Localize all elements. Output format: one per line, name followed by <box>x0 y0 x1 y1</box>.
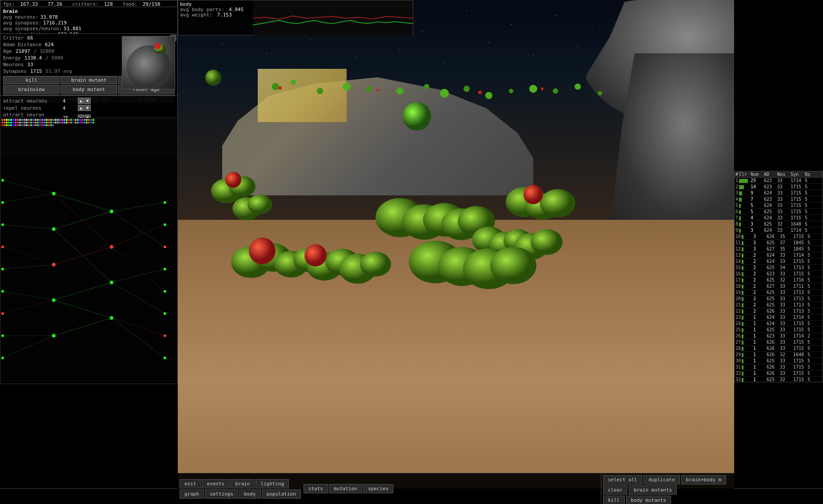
svg-rect-165 <box>50 124 52 126</box>
svg-rect-92 <box>75 119 76 121</box>
critter-list-row[interactable]: 5 5 624 33 1715 5 <box>735 202 823 209</box>
svg-point-18 <box>376 89 379 91</box>
critter-row-num: 24 <box>735 321 741 326</box>
kill-button[interactable]: kill <box>3 76 60 84</box>
critter-list-row[interactable]: 10 3 626 35 1715 5 <box>735 234 823 240</box>
3d-viewport[interactable] <box>178 0 734 488</box>
critter-row-clr <box>742 327 752 332</box>
critter-list-row[interactable]: 31 1 626 33 1715 5 <box>735 364 823 370</box>
svg-point-13 <box>553 88 558 94</box>
clear-button[interactable]: clear <box>603 485 627 495</box>
critter-list-row[interactable]: 3 9 624 33 1715 5 <box>735 190 823 196</box>
critter-list-row[interactable]: 22 2 626 33 1713 5 <box>735 308 823 314</box>
critter-list-row[interactable]: 8 3 625 32 1648 5 <box>735 221 823 227</box>
attract-neurons-up[interactable]: ▲ <box>78 98 84 104</box>
population-button[interactable]: population <box>262 489 301 499</box>
action-buttons-panel: select all duplicate brain+body m clear … <box>601 473 734 504</box>
critter-list-row[interactable]: 9 3 624 33 1714 5 <box>735 227 823 234</box>
critter-list-row[interactable]: 32 1 626 33 1715 5 <box>735 370 823 377</box>
critter-row-syn: 1715 <box>793 259 807 264</box>
avg-syn-per-neuron-label: avg synapses/neuron: <box>3 26 62 32</box>
critter-list-row[interactable]: 11 3 625 37 1845 5 <box>735 240 823 246</box>
critter-list-row[interactable]: 20 2 625 33 1713 5 <box>735 296 823 302</box>
duplicate-critters-button[interactable]: duplicate <box>643 475 680 484</box>
body-mutant-button[interactable]: body mutant <box>60 85 117 94</box>
svg-rect-146 <box>8 124 10 126</box>
critter-list-row[interactable]: 26 1 623 33 1714 2 <box>735 333 823 339</box>
critter-list-row[interactable]: 14 2 624 33 1715 5 <box>735 258 823 265</box>
critter-list-body[interactable]: 1 25 622 33 1714 5 2 14 623 33 1715 5 3 … <box>735 178 823 382</box>
svg-rect-144 <box>4 124 5 126</box>
critter-list-row[interactable]: 15 2 625 34 1713 5 <box>735 265 823 271</box>
species-button[interactable]: species <box>363 484 393 493</box>
kill-critters-button[interactable]: kill <box>603 496 625 504</box>
critter-list-row[interactable]: 27 1 626 33 1715 5 <box>735 339 823 345</box>
svg-point-53 <box>490 247 536 284</box>
critter-list-row[interactable]: 17 2 625 32 1716 5 <box>735 277 823 283</box>
repel-neurons-ctrl[interactable]: ▲ ▼ <box>78 105 91 111</box>
brain-body-m-button[interactable]: brain+body m <box>681 475 726 484</box>
attract-neurons-down[interactable]: ▼ <box>84 98 91 104</box>
attract-neurons-ctrl[interactable]: ▲ ▼ <box>78 98 91 104</box>
critter-list-row[interactable]: 1 25 622 33 1714 5 <box>735 178 823 184</box>
mutation-button[interactable]: mutation <box>329 484 362 493</box>
svg-point-44 <box>523 185 543 204</box>
col-header-num: # <box>735 172 738 177</box>
body-mutants-button[interactable]: body mutants <box>626 496 671 504</box>
lighting-button[interactable]: lighting <box>256 479 289 488</box>
critter-list-row[interactable]: 6 5 625 33 1715 5 <box>735 209 823 215</box>
brain-button[interactable]: brain <box>230 479 255 488</box>
critter-row-clr <box>739 178 750 183</box>
critter-list-row[interactable]: 28 1 626 33 1715 5 <box>735 345 823 352</box>
critter-list-row[interactable]: 21 2 625 33 1713 5 <box>735 302 823 308</box>
critter-list-row[interactable]: 23 1 624 33 1714 5 <box>735 314 823 321</box>
critter-row-neu: 33 <box>780 302 792 307</box>
svg-point-12 <box>529 85 537 93</box>
svg-rect-160 <box>39 124 41 126</box>
graph-button[interactable]: graph <box>180 489 204 499</box>
critter-list-row[interactable]: 16 2 623 33 1715 5 <box>735 271 823 277</box>
critter-list-row[interactable]: 33 1 625 32 1715 5 <box>735 377 823 382</box>
critter-list-row[interactable]: 25 1 625 33 1715 5 <box>735 327 823 333</box>
critter-row-num: 6 <box>735 209 738 214</box>
repel-neurons-down[interactable]: ▼ <box>84 105 91 111</box>
body-button[interactable]: body <box>239 489 261 499</box>
critter-list-row[interactable]: 4 7 623 33 1715 5 <box>735 196 823 202</box>
critter-row-clr <box>742 340 752 345</box>
critter-row-syn: 1715 <box>793 321 807 326</box>
svg-rect-157 <box>32 124 34 126</box>
critter-row-syn: 1715 <box>791 184 804 189</box>
critter-list-row[interactable]: 29 1 626 32 1648 5 <box>735 352 823 358</box>
critter-list-row[interactable]: 2 14 623 33 1715 5 <box>735 184 823 190</box>
exit-button[interactable]: exit <box>180 479 201 488</box>
svg-rect-82 <box>52 119 54 121</box>
brainview-button[interactable]: brainview <box>3 85 60 94</box>
svg-rect-72 <box>30 119 32 121</box>
svg-rect-129 <box>64 122 65 123</box>
brain-mutant-button[interactable]: brain mutant <box>60 76 117 84</box>
svg-rect-91 <box>72 119 74 121</box>
critter-row-num: 23 <box>735 315 741 320</box>
critter-row-syn: 1711 <box>793 284 807 289</box>
critter-row-ad: 626 <box>767 340 779 345</box>
col-header-num-val: Num <box>751 172 763 177</box>
critter-list-row[interactable]: 19 2 625 33 1713 5 <box>735 290 823 296</box>
brain-mutants-button[interactable]: brain mutants <box>629 485 677 495</box>
critter-row-count: 3 <box>753 246 766 251</box>
repel-neurons-up[interactable]: ▲ <box>78 105 84 111</box>
critter-row-num: 2 <box>735 184 738 189</box>
stats-button[interactable]: stats <box>304 484 328 493</box>
critter-row-neu: 32 <box>780 278 792 282</box>
select-all-button[interactable]: select all <box>603 475 642 484</box>
critter-row-count: 1 <box>753 365 766 369</box>
critter-list-row[interactable]: 13 2 624 33 1714 5 <box>735 252 823 258</box>
critter-list-row[interactable]: 24 1 624 33 1715 5 <box>735 321 823 327</box>
svg-rect-107 <box>15 122 16 123</box>
critter-list-row[interactable]: 7 4 624 33 1715 5 <box>735 215 823 221</box>
svg-rect-69 <box>24 119 25 121</box>
critter-list-row[interactable]: 18 2 627 33 1711 5 <box>735 283 823 290</box>
critter-list-row[interactable]: 12 3 627 35 1845 5 <box>735 246 823 252</box>
settings-button[interactable]: settings <box>205 489 238 499</box>
events-button[interactable]: events <box>202 479 230 488</box>
critter-list-row[interactable]: 30 1 625 33 1715 5 <box>735 358 823 364</box>
